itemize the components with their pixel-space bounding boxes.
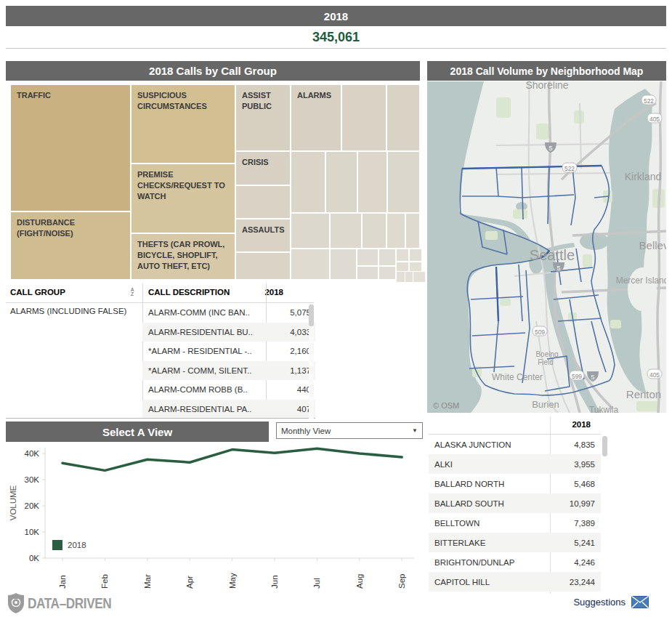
call-group-cell[interactable]: ALARMS (INCLUDING FALSE) — [10, 307, 126, 315]
svg-text:509: 509 — [535, 328, 545, 336]
scrollbar-thumb[interactable] — [602, 436, 607, 456]
treemap-box-assist-public[interactable]: ASSIST PUBLIC — [235, 84, 291, 151]
x-axis-tick: Jun — [270, 575, 279, 589]
treemap-box[interactable] — [235, 252, 291, 280]
call-count-cell: 407 — [266, 405, 315, 414]
year-column-header[interactable]: 2018 — [264, 288, 283, 297]
call-description-cell: ALARM-COMM ROBB (B.. — [142, 385, 266, 394]
treemap-box-disturbance-fight-noise[interactable]: DISTURBANCE (FIGHT/NOISE) — [10, 211, 131, 280]
call-group-treemap: TRAFFICDISTURBANCE (FIGHT/NOISE)SUSPICIO… — [10, 84, 420, 280]
map-place-label: Field — [538, 358, 554, 366]
view-dropdown[interactable]: Monthly View ▼ — [276, 422, 423, 439]
map-title-text: 2018 Call Volume by Neighborhood Map — [450, 65, 644, 77]
neighborhood-row[interactable]: ALASKA JUNCTION 4,835 — [429, 435, 601, 454]
treemap-box[interactable] — [357, 249, 378, 266]
neighborhood-row[interactable]: CAPITOL HILL 23,244 — [429, 572, 601, 592]
data-driven-logo: DATA–DRIVEN — [7, 593, 130, 613]
treemap-box[interactable] — [413, 271, 426, 283]
map-place-label: Bellev — [639, 239, 666, 251]
suggestions-link[interactable]: Suggestions — [573, 596, 649, 608]
neighborhood-row[interactable]: ALKI 3,955 — [429, 454, 601, 474]
neighborhood-table-scrollbar[interactable] — [602, 434, 607, 594]
treemap-box-traffic[interactable]: TRAFFIC — [10, 84, 131, 211]
map-place-label: Burien — [532, 399, 559, 410]
treemap-box[interactable] — [341, 84, 386, 151]
treemap-box-suspicious-circumstances[interactable]: SUSPICIOUS CIRCUMSTANCES — [131, 84, 235, 164]
year-title-bar: 2018 — [6, 6, 666, 26]
route-shield: 405 — [647, 113, 662, 123]
map-canvas[interactable]: ShorelineKirklandBellevMercer IslandSeat… — [427, 81, 666, 413]
treemap-box[interactable] — [405, 213, 420, 249]
treemap-box-assaults[interactable]: ASSAULTS — [235, 219, 291, 252]
map-place-label: White Center — [492, 372, 543, 382]
treemap-box-crisis[interactable]: CRISIS — [235, 151, 291, 185]
svg-text:522: 522 — [644, 97, 654, 105]
y-axis-tick: 0K — [29, 554, 39, 562]
call-description-cell: *ALARM - COMM, SILENT.. — [142, 366, 266, 375]
treemap-title-text: 2018 Calls by Call Group — [149, 65, 277, 77]
treemap-box[interactable] — [378, 249, 396, 266]
route-shield: 509 — [533, 326, 547, 336]
scrollbar-thumb[interactable] — [309, 305, 314, 326]
call-table-row[interactable]: *ALARM - COMM, SILENT.. 1,137 — [142, 361, 315, 381]
treemap-box[interactable] — [330, 213, 362, 249]
treemap-box[interactable] — [396, 249, 409, 262]
treemap-box-alarms[interactable]: ALARMS — [291, 84, 341, 151]
volume-line-series[interactable] — [62, 448, 402, 470]
neighborhood-row[interactable]: BELLTOWN 7,389 — [429, 513, 601, 533]
envelope-icon[interactable] — [631, 596, 649, 608]
call-count-cell: 5,075 — [266, 308, 315, 317]
neighborhood-year-header[interactable]: 2018 — [572, 420, 591, 429]
table-bottom-border — [6, 418, 315, 419]
call-table-row[interactable]: *ALARM - RESIDENTIAL -.. 2,160 — [142, 342, 315, 361]
call-group-column-header[interactable]: CALL GROUP — [10, 288, 65, 297]
treemap-box[interactable] — [387, 151, 420, 213]
call-table-scrollbar[interactable] — [309, 303, 314, 419]
neighborhood-count-cell: 5,241 — [544, 539, 601, 547]
treemap-box[interactable] — [357, 151, 387, 213]
treemap-box[interactable] — [386, 84, 420, 151]
treemap-box[interactable] — [386, 213, 405, 249]
svg-text:5: 5 — [556, 265, 560, 272]
police-badge-icon — [7, 593, 25, 613]
call-count-cell: 440 — [266, 385, 315, 394]
neighborhood-row[interactable]: BALLARD SOUTH 10,997 — [429, 493, 601, 513]
treemap-box[interactable] — [291, 249, 330, 280]
map-attribution: © OSM — [433, 401, 459, 410]
call-table-row[interactable]: ALARM-RESIDENTIAL BU.. 4,033 — [142, 323, 315, 342]
neighborhood-count-cell: 4,246 — [544, 558, 601, 567]
treemap-box[interactable] — [330, 249, 357, 280]
call-table-row[interactable]: ALARM-RESIDENTIAL PA.. 407 — [142, 400, 315, 419]
neighborhood-name-cell: ALASKA JUNCTION — [429, 440, 544, 449]
total-calls-value: 345,061 — [312, 30, 360, 45]
monthly-volume-chart: 0K10K20K30K40KVOLUMEJanFebMarAprMayJunJu… — [6, 442, 420, 591]
treemap-box[interactable] — [325, 151, 357, 213]
treemap-box-thefts-car-prowl-bicycle-shoplift-auto-theft-etc[interactable]: THEFTS (CAR PROWL, BICYCLE, SHOPLIFT, AU… — [131, 233, 235, 280]
neighborhood-map[interactable]: ShorelineKirklandBellevMercer IslandSeat… — [427, 81, 666, 413]
call-description-column-header[interactable]: CALL DESCRIPTION — [148, 288, 230, 297]
treemap-box-premise-checks-request-to-watch[interactable]: PREMISE CHECKS/REQUEST TO WATCH — [131, 164, 235, 233]
route-shield: 522 — [641, 95, 656, 105]
treemap-box[interactable] — [362, 213, 386, 249]
treemap-box[interactable] — [409, 249, 422, 262]
treemap-box[interactable] — [378, 266, 396, 280]
x-axis-tick: Jan — [58, 575, 67, 589]
treemap-box[interactable] — [357, 266, 378, 280]
neighborhood-row[interactable]: BITTERLAKE 5,241 — [429, 533, 601, 552]
x-axis-tick: Mar — [143, 574, 152, 589]
treemap-box[interactable] — [291, 151, 325, 213]
sort-az-icon[interactable]: AZ — [131, 288, 134, 297]
call-count-cell: 4,033 — [266, 328, 315, 336]
brand-name: DATA–DRIVEN — [28, 594, 111, 612]
call-table-row[interactable]: ALARM-COMM (INC BAN.. 5,075 — [142, 303, 315, 323]
treemap-box[interactable] — [235, 185, 291, 219]
call-table-row[interactable]: ALARM-COMM ROBB (B.. 440 — [142, 380, 315, 400]
neighborhood-name-cell: ALKI — [429, 460, 544, 469]
neighborhood-row[interactable]: BRIGHTON/DUNLAP 4,246 — [429, 552, 601, 572]
neighborhood-name-cell: BALLARD SOUTH — [429, 499, 544, 508]
neighborhood-row[interactable]: BALLARD NORTH 5,468 — [429, 474, 601, 493]
neighborhood-count-cell: 23,244 — [544, 578, 601, 586]
treemap-box[interactable] — [291, 213, 330, 249]
mercer-island — [628, 267, 657, 311]
call-description-cell: ALARM-RESIDENTIAL PA.. — [142, 405, 266, 414]
